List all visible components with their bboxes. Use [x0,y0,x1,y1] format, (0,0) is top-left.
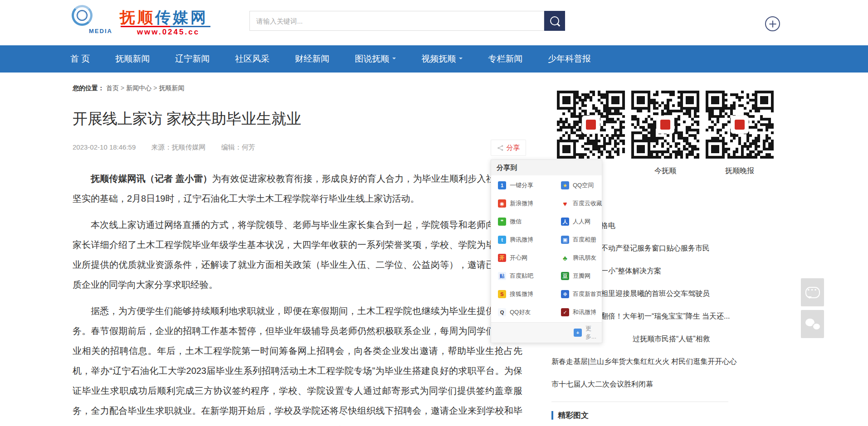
share-button[interactable]: 分享 [491,140,526,156]
share-option-label: 百度云收藏 [573,199,602,208]
qr-item: 抚顺晚报 [706,91,774,175]
nav-item-label: 辽宁新闻 [175,54,210,63]
qr-label: 抚顺晚报 [706,166,774,175]
share-option[interactable]: ♣腾讯朋友 [550,249,602,267]
section-marker [551,411,553,420]
nav-item-label: 社区风采 [235,54,269,63]
nav-item[interactable]: 抚顺新闻 [115,45,150,73]
article-paragraph: 本次线上家访通过网络直播的方式，将学院领导、老师与毕业生家长集合到一起，学院领导… [73,215,522,295]
qr-center-logo [656,116,674,134]
share-option-label: QQ空间 [573,181,594,189]
logo-url: www.0245.cc [126,28,210,37]
share-option[interactable]: ❞微信 [491,213,550,231]
nav-item[interactable]: 少年科普报 [548,45,591,73]
nav-item[interactable]: 图说抚顺 [355,45,396,73]
share-option[interactable]: 开开心网 [491,249,550,267]
share-option[interactable]: ★QQ空间 [550,176,602,194]
share-option-label: 人人网 [573,218,590,226]
share-option-label: 腾讯朋友 [573,254,596,262]
nav-item-label: 少年科普报 [548,54,591,63]
sidebar-section-header: 精彩图文 [551,410,589,421]
logo-title-blue: 传媒网 [155,9,208,26]
plus-icon: + [574,329,582,337]
share-option[interactable]: 1一键分享 [491,176,550,194]
news-item[interactable]: 新春走基层|兰山乡年货大集红红火火 村民们逛集开开心心 [551,357,808,380]
share-option[interactable]: ❉百度新首页 [550,285,602,303]
news-item[interactable]: 市十七届人大二次会议胜利闭幕 [551,380,808,402]
share-option[interactable]: t腾讯微博 [491,231,550,249]
share-panel-title: 分享到 [491,160,602,175]
search-input[interactable] [250,11,544,30]
breadcrumb-link[interactable]: 首页 [106,84,119,92]
qzone-icon: ★ [561,181,569,189]
logo-underline [121,26,210,27]
logo-globe-icon [72,5,93,26]
share-option[interactable]: ▣百度相册 [550,231,602,249]
nav-item-label: 首 页 [70,54,90,63]
chevron-down-icon [392,58,396,61]
site-logo-title: 抚顺传媒网 [120,7,208,28]
float-wechat-button[interactable] [801,310,824,338]
breadcrumb-link[interactable]: 新闻中心 [126,84,151,92]
plus-circle-button[interactable] [765,16,780,31]
wechat-icon [805,319,820,329]
nav-item[interactable]: 社区风采 [235,45,269,73]
qr-center-logo [731,116,749,134]
breadcrumb-prefix: 您的位置： [73,84,104,92]
douban-icon: 豆 [561,272,569,280]
share-option[interactable]: ◉新浪微博 [491,194,550,213]
share-option[interactable]: ♥百度云收藏 [550,194,602,213]
share-option[interactable]: ✓和讯微博 [550,303,602,321]
share-option[interactable]: 豆豆瓣网 [550,267,602,285]
breadcrumb-separator: > [153,84,157,92]
share-option-label: 腾讯微博 [510,236,533,244]
nav-item[interactable]: 财经新闻 [295,45,329,73]
search-button[interactable] [544,11,565,31]
sidebar-divider [551,402,728,402]
nav-item[interactable]: 辽宁新闻 [175,45,210,73]
share-option-label: 百度新首页 [573,290,602,298]
qr-code [706,91,774,159]
qr-item: 今抚顺 [631,91,699,175]
nav-item[interactable]: 首 页 [70,45,90,73]
qr-code [631,91,699,159]
share-option-label: 一键分享 [510,181,533,189]
article-paragraph: 据悉，为方便学生们能够持续顺利地求职就业，即便在寒假期间，土木工程学院也继续为毕… [73,301,522,426]
article-body: 抚顺传媒网讯（记者 盖小雷）为有效促进家校教育衔接，形成良好的育人合力，为毕业生… [73,169,522,426]
sidebar-section-title: 精彩图文 [558,410,589,421]
share-option[interactable]: S搜狐微博 [491,285,550,303]
nav-item[interactable]: 视频抚顺 [421,45,463,73]
article-editor: 编辑：何芳 [221,143,255,151]
article-source: 来源：抚顺传媒网 [151,143,205,151]
logo-media-text: MEDIA [89,28,112,34]
article-date: 2023-02-10 18:46:59 [73,143,136,151]
main-nav-list: 首 页抚顺新闻辽宁新闻社区风采财经新闻图说抚顺视频抚顺专栏新闻少年科普报 [0,45,868,73]
breadcrumb-separator: > [121,84,124,92]
tencent-friends-icon: ♣ [561,254,569,262]
share-option-label: 百度相册 [573,236,596,244]
share-grid: 1一键分享★QQ空间◉新浪微博♥百度云收藏❞微信人人人网t腾讯微博▣百度相册开开… [491,175,602,322]
share-option[interactable]: 贴百度贴吧 [491,267,550,285]
article-meta: 2023-02-10 18:46:59 来源：抚顺传媒网 编辑：何芳 [73,143,269,152]
nav-item-label: 视频抚顺 [421,54,456,63]
nav-item[interactable]: 专栏新闻 [488,45,522,73]
kaixin-icon: 开 [498,254,506,262]
breadcrumb: 您的位置：首页>新闻中心>抚顺新闻 [73,84,184,92]
qr-code [557,91,625,159]
share-option-label: 搜狐微博 [510,290,533,298]
share-option-label: 百度贴吧 [510,272,533,280]
search-box [249,11,544,31]
float-comment-button[interactable] [801,278,824,306]
share-option-label: 和讯微博 [573,308,596,316]
qr-label: 今抚顺 [631,166,699,175]
qr-center-logo [582,116,600,134]
chevron-down-icon [459,58,463,61]
share-more-button[interactable]: + 更多... [491,322,602,343]
breadcrumb-link[interactable]: 抚顺新闻 [159,84,184,92]
main-nav: 首 页抚顺新闻辽宁新闻社区风采财经新闻图说抚顺视频抚顺专栏新闻少年科普报 [0,45,868,73]
share-option-label: QQ好友 [510,308,531,316]
share-option[interactable]: QQQ好友 [491,303,550,321]
share-option[interactable]: 人人人网 [550,213,602,231]
one-key-share-icon: 1 [498,181,506,189]
site-header: MEDIA 抚顺传媒网 www.0245.cc [0,0,868,45]
